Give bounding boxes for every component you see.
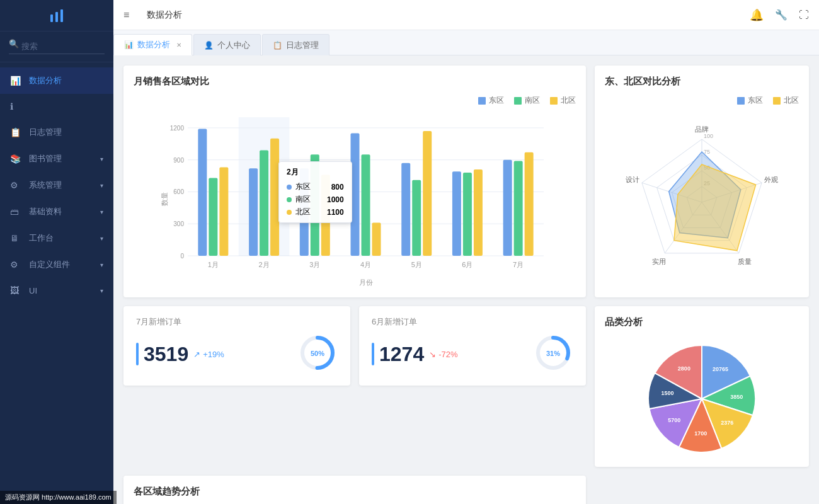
- radar-svg: 品牌外观质量实用设计100755025: [607, 117, 796, 281]
- topbar-right: 🔔 🔧 ⛶: [750, 8, 809, 22]
- basic-data-icon: 🗃: [10, 207, 23, 217]
- svg-rect-2: [60, 9, 63, 22]
- radar-chart-legend: 东区 北区: [605, 95, 799, 106]
- svg-text:1200: 1200: [170, 125, 185, 132]
- svg-text:3850: 3850: [730, 394, 743, 400]
- sidebar-item-workspace[interactable]: 🖥 工作台 ▾: [0, 225, 113, 251]
- bell-icon[interactable]: 🔔: [750, 8, 764, 22]
- stat-june-donut: 31%: [533, 333, 573, 375]
- svg-rect-16: [219, 168, 228, 256]
- svg-text:6月: 6月: [462, 261, 472, 268]
- stat-july-trend: ↗ +19%: [193, 350, 224, 359]
- tab-personal[interactable]: 👤 个人中心: [193, 34, 261, 55]
- trend-up-arrow: ↗: [193, 350, 200, 359]
- svg-rect-22: [300, 168, 309, 256]
- sidebar-item-book-mgmt[interactable]: 📚 图书管理 ▾: [0, 146, 113, 172]
- donut-svg-july: 50%: [297, 333, 338, 373]
- sidebar-item-custom-label: 自定义组件: [29, 259, 100, 270]
- sidebar-item-data-analysis[interactable]: 📊 数据分析: [0, 67, 113, 94]
- log-icon: 📋: [10, 127, 23, 137]
- svg-text:31%: 31%: [546, 350, 560, 357]
- pie-svg: 20765385023761700570015002800: [639, 336, 765, 462]
- legend-south-dot: [514, 97, 522, 105]
- tool-icon[interactable]: 🔧: [775, 9, 788, 21]
- ui-icon: 🖼: [10, 285, 23, 295]
- tab-data-analysis[interactable]: 📊 数据分析 ✕: [113, 34, 192, 55]
- svg-text:2376: 2376: [721, 420, 733, 426]
- svg-rect-20: [270, 139, 279, 256]
- pie-chart-card: 品类分析 20765385023761700570015002800: [595, 306, 809, 467]
- stat-june-trend: ↘ -72%: [429, 350, 457, 359]
- trend-up-value: +19%: [203, 350, 224, 359]
- svg-text:2月: 2月: [259, 261, 270, 268]
- topbar: ≡ 数据分析 🔔 🔧 ⛶: [113, 0, 819, 30]
- stat-july-bar: [136, 343, 139, 365]
- stat-june-number: 1274: [379, 343, 424, 366]
- chevron-down-icon: ▾: [100, 156, 103, 163]
- search-icon: 🔍: [9, 39, 19, 49]
- menu-icon[interactable]: ≡: [123, 9, 129, 21]
- sidebar-logo: [0, 0, 113, 32]
- svg-text:1700: 1700: [694, 430, 707, 437]
- svg-rect-23: [311, 154, 319, 256]
- radar-chart-title: 东、北区对比分析: [605, 76, 799, 88]
- svg-rect-24: [321, 175, 330, 256]
- row-1: 月销售各区域对比 东区 南区 北区 0300: [123, 66, 809, 297]
- chevron-down-icon-2: ▾: [100, 182, 103, 189]
- sidebar-item-sys-mgmt[interactable]: ⚙ 系统管理 ▾: [0, 172, 113, 198]
- fullscreen-icon[interactable]: ⛶: [799, 9, 809, 21]
- legend-east-label: 东区: [489, 95, 504, 106]
- sidebar-item-sys-label: 系统管理: [29, 180, 100, 191]
- svg-text:品牌: 品牌: [695, 125, 709, 133]
- pie-container: 20765385023761700570015002800: [605, 336, 799, 462]
- svg-text:5700: 5700: [668, 417, 680, 423]
- sidebar-item-info[interactable]: ℹ: [0, 94, 113, 119]
- sidebar-item-basic-data[interactable]: 🗃 基础资料 ▾: [0, 198, 113, 225]
- tab-log-label: 日志管理: [286, 40, 319, 51]
- row-3: 各区域趋势分析 东区 南区 北区 01502: [123, 476, 809, 504]
- svg-text:1月: 1月: [208, 261, 219, 268]
- radar-east-dot: [737, 97, 745, 105]
- stat-card-june: 6月新增订单 1274 ↘ -72%: [359, 306, 586, 386]
- legend-east-dot: [478, 97, 486, 105]
- svg-text:0: 0: [180, 253, 184, 260]
- watermark: 源码资源网 http://www.aai189.com: [0, 491, 117, 504]
- topbar-left: ≡ 数据分析: [123, 9, 182, 21]
- svg-text:2800: 2800: [678, 365, 690, 372]
- radar-legend-east: 东区: [737, 95, 763, 106]
- tab-data-icon: 📊: [124, 40, 134, 49]
- sidebar-item-ui[interactable]: 🖼 UI ▾: [0, 278, 113, 303]
- legend-east: 东区: [478, 95, 504, 106]
- svg-text:实用: 实用: [652, 258, 666, 265]
- tab-close-btn[interactable]: ✕: [176, 42, 181, 49]
- svg-rect-15: [209, 178, 217, 256]
- legend-south: 南区: [514, 95, 540, 106]
- sidebar-item-log-mgmt[interactable]: 📋 日志管理: [0, 119, 113, 146]
- legend-north-dot: [550, 97, 558, 105]
- svg-rect-38: [503, 160, 512, 256]
- sidebar-item-custom-comp[interactable]: ⚙ 自定义组件 ▾: [0, 251, 113, 278]
- trend-chart-title: 各区域趋势分析: [134, 486, 576, 498]
- svg-rect-31: [412, 180, 421, 256]
- svg-rect-40: [525, 152, 534, 256]
- sidebar-item-workspace-label: 工作台: [29, 232, 100, 244]
- bar-chart-svg: 030060090012001月2月3月4月5月6月7月数量月份: [134, 111, 576, 287]
- svg-rect-27: [362, 154, 370, 256]
- stat-cards-col: 7月新增订单 3519 ↗ +19%: [123, 306, 586, 467]
- search-input[interactable]: [9, 39, 105, 54]
- stat-july-donut: 50%: [297, 333, 338, 375]
- sidebar-item-data-analysis-label: 数据分析: [29, 75, 103, 86]
- tab-personal-icon: 👤: [204, 41, 214, 50]
- svg-rect-28: [372, 223, 381, 256]
- radar-chart-card: 东、北区对比分析 东区 北区 品牌外观质量实用设计100755025: [595, 66, 809, 297]
- svg-text:100: 100: [704, 133, 713, 139]
- svg-text:300: 300: [173, 220, 184, 227]
- tab-log-mgmt[interactable]: 📋 日志管理: [262, 34, 329, 55]
- svg-rect-30: [401, 163, 410, 256]
- radar-north-dot: [773, 97, 781, 105]
- svg-rect-36: [474, 169, 483, 256]
- svg-rect-19: [260, 150, 268, 256]
- stat-july-number: 3519: [144, 343, 188, 366]
- stat-card-july: 7月新增订单 3519 ↗ +19%: [123, 306, 350, 386]
- workspace-icon: 🖥: [10, 233, 23, 243]
